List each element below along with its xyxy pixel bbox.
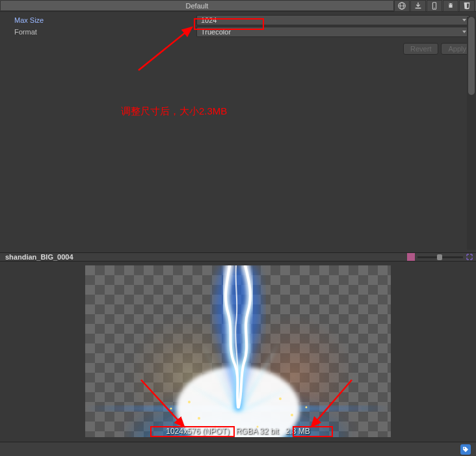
- platform-tab-bar: Default: [0, 0, 476, 12]
- apply-row: Revert Apply: [0, 38, 476, 60]
- preview-header: shandian_BIG_0004: [0, 252, 476, 262]
- html5-icon[interactable]: [459, 0, 475, 12]
- globe-icon[interactable]: [394, 0, 410, 12]
- max-size-dropdown[interactable]: 1024: [196, 15, 469, 25]
- svg-point-6: [451, 4, 452, 5]
- annotation-text: 调整尺寸后，大小2.3MB: [121, 105, 227, 118]
- status-bar: [0, 442, 476, 456]
- inspector-scrollbar[interactable]: [467, 17, 476, 250]
- inspector-rows: Max Size 1024 Format Truecolor: [0, 12, 476, 38]
- svg-line-8: [452, 3, 453, 4]
- tab-default[interactable]: Default: [0, 0, 394, 11]
- svg-point-26: [464, 448, 465, 449]
- color-swatch-icon[interactable]: [407, 253, 415, 261]
- platform-buttons: [394, 0, 476, 11]
- svg-point-4: [434, 8, 434, 8]
- texture-preview: 1024x576 (NPOT) RGBA 32 bit 2.3 MB: [85, 265, 391, 437]
- info-format: RGBA 32 bit: [236, 427, 279, 436]
- android-icon[interactable]: [443, 0, 458, 12]
- svg-rect-10: [407, 253, 415, 261]
- download-icon[interactable]: [410, 0, 426, 12]
- svg-point-5: [449, 4, 450, 5]
- annotation-arrow-left: [137, 376, 202, 433]
- svg-point-19: [291, 414, 293, 416]
- format-label: Format: [1, 28, 196, 36]
- preview-title: shandian_BIG_0004: [0, 253, 73, 261]
- svg-line-25: [311, 380, 352, 427]
- preview-tools: [407, 253, 476, 261]
- preview-area: 1024x576 (NPOT) RGBA 32 bit 2.3 MB: [0, 262, 476, 442]
- max-size-label: Max Size: [1, 16, 196, 24]
- expand-icon[interactable]: [466, 253, 473, 261]
- svg-line-24: [141, 380, 184, 427]
- annotation-arrow-right: [300, 376, 365, 433]
- svg-point-18: [279, 397, 282, 400]
- revert-button[interactable]: Revert: [403, 43, 438, 55]
- phone-icon[interactable]: [427, 0, 442, 12]
- scrollbar-thumb[interactable]: [468, 17, 475, 95]
- tag-icon[interactable]: [460, 444, 471, 455]
- zoom-slider[interactable]: [417, 256, 463, 258]
- format-dropdown[interactable]: Truecolor: [196, 27, 469, 37]
- zoom-knob[interactable]: [437, 254, 442, 260]
- row-format: Format Truecolor: [1, 26, 475, 38]
- row-max-size: Max Size 1024: [1, 14, 475, 26]
- svg-line-7: [449, 3, 449, 4]
